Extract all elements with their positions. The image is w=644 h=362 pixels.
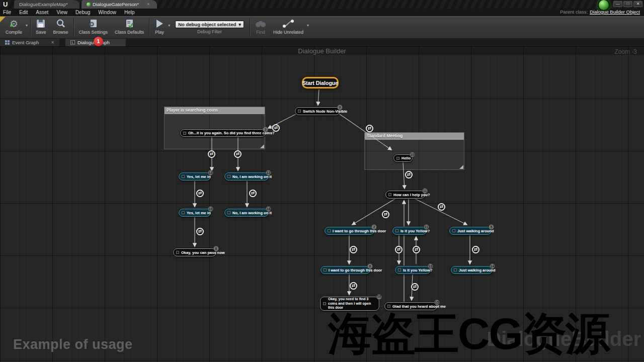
play-dropdown-caret[interactable]: ▾ (168, 23, 170, 28)
node-index-badge: 3 (263, 127, 268, 132)
class-settings-button[interactable]: Class Settings (75, 17, 112, 38)
transition-icon[interactable]: ⇄ (350, 282, 357, 290)
node-no-working-1[interactable]: No, I am working on it 12 (224, 172, 269, 180)
transition-icon[interactable]: ⇄ (405, 171, 413, 178)
transition-icon[interactable]: ⇄ (395, 246, 403, 253)
transition-icon[interactable]: ⇄ (196, 228, 204, 235)
transition-icon[interactable]: ⇄ (382, 211, 389, 218)
checkbox-icon[interactable] (183, 132, 186, 135)
gear-document-icon (88, 19, 98, 29)
dialogue-graph-canvas[interactable]: Dialogue Builder Zoom -3 Player is searc… (0, 46, 644, 362)
node-label: Okay, you need to find 3 coins and then … (328, 297, 376, 310)
comment-box-standard-meeting[interactable]: Standard Meeting (364, 132, 464, 170)
node-label: No, I am working on it (232, 174, 272, 179)
menu-debug[interactable]: Debug (75, 10, 90, 15)
node-yes-let-me-in-1[interactable]: Yes, let me in 13 (179, 172, 211, 180)
node-hello[interactable]: Hello 10 (393, 154, 413, 162)
class-defaults-button[interactable]: Class Defaults (111, 17, 147, 38)
comment-title[interactable]: Player is searching coins (165, 107, 265, 114)
transition-icon[interactable]: ⇄ (234, 150, 242, 158)
node-start-dialogue[interactable]: Start Dialogue (302, 77, 339, 88)
transition-icon[interactable]: ⇄ (350, 246, 357, 253)
node-oh-three-coins[interactable]: Oh...it is you again. So did you find th… (180, 129, 266, 137)
transition-icon[interactable]: ⇄ (366, 125, 373, 132)
save-button[interactable]: Save (32, 17, 50, 38)
checkbox-icon[interactable] (395, 229, 398, 232)
play-button[interactable]: Play (151, 17, 168, 38)
transition-icon[interactable]: ⇄ (208, 150, 215, 158)
node-index-badge: 18 (266, 206, 271, 212)
checkbox-icon[interactable] (398, 268, 401, 272)
class-defaults-label: Class Defaults (115, 30, 144, 35)
node-how-can-i-help[interactable]: How can I help you? 11 (385, 191, 425, 199)
checkbox-icon[interactable] (323, 302, 326, 305)
node-label: Hello (401, 156, 411, 160)
transition-icon[interactable]: ⇄ (472, 246, 479, 253)
menu-help[interactable]: Help (124, 10, 135, 15)
node-is-it-yellow-2[interactable]: Is it you Yellow? 13 (395, 266, 431, 274)
checkbox-icon[interactable] (396, 157, 399, 160)
hide-unrelated-dropdown-caret[interactable]: ▾ (307, 23, 309, 28)
debug-object-dropdown[interactable]: No debug object selected ▾ (175, 21, 244, 28)
resize-handle[interactable] (459, 165, 463, 169)
menu-asset[interactable]: Asset (36, 10, 48, 15)
asset-tab-label: DialogueExampleMap* (19, 2, 68, 7)
checkbox-icon[interactable] (324, 268, 327, 272)
unreal-editor-window: U DialogueExampleMap* DialogueGatePerson… (0, 0, 644, 362)
class-settings-label: Class Settings (79, 30, 108, 35)
find-button[interactable]: Find (252, 17, 270, 38)
menu-view[interactable]: View (56, 10, 67, 15)
menu-file[interactable]: File (3, 10, 11, 15)
tab-event-graph[interactable]: Event Graph ✕ (0, 39, 59, 46)
menu-window[interactable]: Window (98, 10, 116, 15)
checkbox-icon[interactable] (328, 229, 331, 232)
toolbar-separator (149, 18, 149, 37)
minimize-button[interactable]: — (613, 1, 622, 7)
node-yes-let-me-in-2[interactable]: Yes, let me in 19 (179, 209, 211, 217)
checkbox-icon[interactable] (227, 175, 230, 178)
transition-icon[interactable]: ⇄ (249, 190, 257, 197)
transition-icon[interactable]: ⇄ (196, 190, 204, 197)
node-through-door-1[interactable]: I want to go through this door 2 (325, 227, 374, 235)
comment-box-player-searching-coins[interactable]: Player is searching coins (164, 107, 265, 149)
checkbox-icon[interactable] (182, 211, 185, 214)
transition-icon[interactable]: ⇄ (413, 246, 420, 253)
checkbox-icon[interactable] (227, 211, 230, 214)
resize-handle[interactable] (260, 144, 264, 148)
hide-unrelated-button[interactable]: Hide Unrelated (270, 17, 307, 38)
node-through-door-2[interactable]: I want to go through this door 6 (320, 266, 370, 274)
compile-button[interactable]: ⚙✓ Compile (2, 17, 26, 38)
checkbox-icon[interactable] (454, 268, 457, 272)
comment-title[interactable]: Standard Meeting (365, 133, 464, 140)
menu-edit[interactable]: Edit (19, 10, 28, 15)
maximize-button[interactable]: □ (623, 1, 632, 7)
play-icon (154, 19, 165, 29)
asset-tab-dialogue-example-map[interactable]: DialogueExampleMap* (14, 0, 79, 9)
debug-filter-label: Debug Filter (197, 29, 222, 34)
transition-icon[interactable]: ⇄ (438, 203, 445, 211)
close-button[interactable]: ✕ (633, 1, 642, 7)
parent-class-link[interactable]: Dialogue Builder Object (590, 9, 640, 15)
close-icon[interactable]: ✕ (51, 40, 54, 45)
node-walking-around-2[interactable]: Just walking around 14 (451, 266, 493, 274)
node-no-working-2[interactable]: No, I am working on it 18 (224, 209, 269, 217)
compile-dropdown-caret[interactable]: ▾ (26, 23, 28, 28)
browse-button[interactable]: Browse (50, 17, 72, 38)
node-switch-non-visible[interactable]: Switch Node Non-Visible 9 (295, 107, 340, 115)
checkbox-icon[interactable] (176, 251, 179, 254)
compile-check-icon: ✓ (9, 22, 14, 29)
checkbox-icon[interactable] (387, 305, 390, 308)
asset-tab-dialogue-gate-person[interactable]: DialogueGatePerson* ✕ (82, 0, 157, 9)
floppy-icon (36, 19, 46, 29)
checkbox-icon[interactable] (298, 110, 301, 113)
node-okay-pass-now[interactable]: Okay, you can pass now 8 (173, 248, 216, 256)
checkbox-icon[interactable] (182, 175, 185, 178)
compile-label: Compile (6, 30, 22, 35)
checkbox-icon[interactable] (452, 229, 455, 232)
node-walking-around-1[interactable]: Just walking around 5 (449, 227, 492, 235)
checkbox-icon[interactable] (388, 193, 391, 196)
transition-icon[interactable]: ⇄ (411, 283, 419, 291)
tab-corner-marker (0, 17, 6, 22)
close-icon[interactable]: ✕ (146, 2, 150, 7)
node-is-it-yellow-1[interactable]: Is it you Yellow? 11 (392, 227, 427, 235)
